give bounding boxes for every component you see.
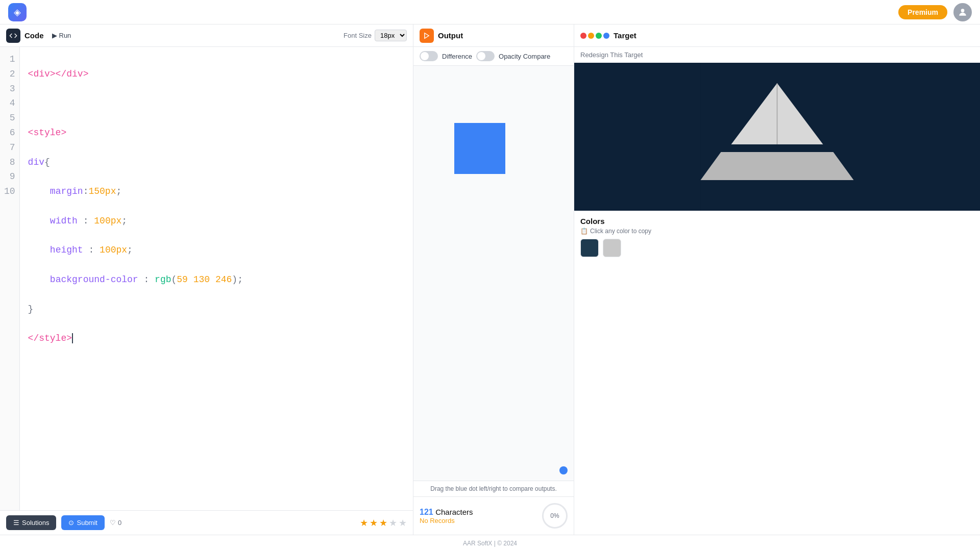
- compare-hint: Drag the blue dot left/right to compare …: [413, 481, 574, 496]
- svg-point-0: [961, 9, 965, 12]
- solutions-button[interactable]: ☰ Solutions: [6, 515, 56, 530]
- compare-dot[interactable]: [559, 466, 568, 474]
- code-content[interactable]: <div></div> <style> div{ margin:150px; w…: [20, 47, 413, 510]
- target-icon: [580, 33, 609, 39]
- font-size-select[interactable]: 12px 14px 16px 18px 20px 22px: [375, 30, 407, 41]
- target-panel: Target Redesign This Target Colors 📋 Cli…: [574, 24, 980, 535]
- heart-icon: ♡: [110, 519, 116, 527]
- run-button[interactable]: ▶ Run: [48, 30, 76, 41]
- like-area[interactable]: ♡ 0: [110, 519, 121, 527]
- opacity-label: Opacity Compare: [499, 53, 550, 60]
- run-icon: ▶: [52, 32, 57, 39]
- stats-area: 121 Characters No Records 0%: [413, 496, 574, 535]
- score-circle: 0%: [542, 503, 568, 529]
- chars-label: Characters: [435, 508, 473, 516]
- colors-section: Colors 📋 Click any color to copy: [574, 211, 980, 263]
- toggle-area: Difference Opacity Compare: [413, 47, 574, 66]
- nav-left: ◈: [8, 3, 27, 21]
- premium-button[interactable]: Premium: [898, 5, 947, 19]
- svg-marker-1: [425, 33, 429, 38]
- color-swatches: [580, 239, 974, 257]
- line-numbers: 1 2 3 4 5 6 7 8 9 10: [0, 47, 20, 510]
- submit-button[interactable]: ⊙ Submit: [61, 515, 104, 530]
- output-header: Output: [413, 24, 574, 47]
- star-2[interactable]: ★: [370, 517, 378, 529]
- submit-icon: ⊙: [68, 519, 74, 527]
- footer-text: AAR SoftX | © 2024: [463, 540, 517, 547]
- star-5[interactable]: ★: [399, 517, 407, 529]
- chars-count: 121: [420, 508, 433, 516]
- avatar[interactable]: [953, 3, 972, 21]
- stars-area[interactable]: ★ ★ ★ ★ ★: [360, 517, 407, 529]
- solutions-icon: ☰: [13, 519, 19, 527]
- opacity-toggle[interactable]: [476, 51, 495, 61]
- output-panel: Output Difference Opacity Compare Drag t…: [413, 24, 574, 535]
- star-4[interactable]: ★: [389, 517, 397, 529]
- copy-icon: 📋: [580, 228, 588, 235]
- font-size-control: Font Size 12px 14px 16px 18px 20px 22px: [344, 30, 407, 41]
- target-image: [574, 63, 980, 211]
- font-size-label: Font Size: [344, 32, 372, 39]
- score-value: 0%: [550, 512, 559, 519]
- like-count: 0: [118, 519, 121, 527]
- output-title: Output: [438, 31, 463, 40]
- code-icon: [6, 29, 20, 43]
- top-nav: ◈ Premium: [0, 0, 980, 24]
- output-icon: [420, 29, 434, 43]
- colors-hint: 📋 Click any color to copy: [580, 228, 974, 235]
- run-label: Run: [59, 32, 71, 39]
- chars-row: 121 Characters: [420, 508, 473, 517]
- solutions-label: Solutions: [22, 519, 49, 527]
- colors-title: Colors: [580, 217, 974, 226]
- nav-right: Premium: [898, 3, 972, 21]
- svg-marker-4: [701, 152, 854, 180]
- difference-label: Difference: [442, 53, 472, 60]
- no-records-label: No Records: [420, 517, 473, 524]
- target-header: Target: [574, 24, 980, 47]
- output-canvas: [413, 66, 574, 481]
- bottom-bar: ☰ Solutions ⊙ Submit ♡ 0 ★ ★ ★ ★ ★: [0, 510, 413, 535]
- output-blue-square: [454, 123, 505, 174]
- redesign-link[interactable]: Redesign This Target: [574, 47, 980, 63]
- code-editor[interactable]: 1 2 3 4 5 6 7 8 9 10 <div></div> <style>…: [0, 47, 413, 510]
- submit-label: Submit: [77, 519, 97, 527]
- code-panel: Code ▶ Run Font Size 12px 14px 16px 18px…: [0, 24, 413, 535]
- chars-info: 121 Characters No Records: [420, 508, 473, 524]
- code-panel-header: Code ▶ Run Font Size 12px 14px 16px 18px…: [0, 24, 413, 47]
- color-swatch-1[interactable]: [580, 239, 599, 257]
- target-title: Target: [614, 31, 636, 40]
- color-swatch-2[interactable]: [603, 239, 621, 257]
- star-3[interactable]: ★: [379, 517, 387, 529]
- main-area: Code ▶ Run Font Size 12px 14px 16px 18px…: [0, 24, 980, 535]
- star-1[interactable]: ★: [360, 517, 368, 529]
- app-logo: ◈: [8, 3, 27, 21]
- difference-toggle[interactable]: [420, 51, 438, 61]
- code-title: Code: [24, 31, 44, 40]
- footer: AAR SoftX | © 2024: [0, 535, 980, 551]
